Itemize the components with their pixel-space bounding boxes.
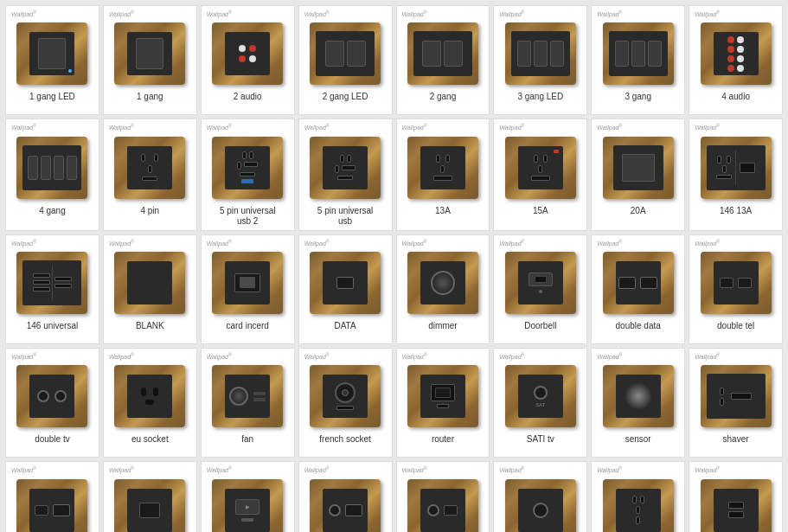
list-item[interactable]: Wallpad® 4 gang: [5, 119, 99, 230]
product-image: [206, 132, 289, 203]
product-image: [108, 247, 191, 318]
list-item[interactable]: Wallpad® 3 gang LED: [493, 5, 587, 115]
list-item[interactable]: Wallpad® 4 pin: [103, 119, 197, 230]
product-image: [108, 132, 191, 203]
list-item[interactable]: Wallpad® 15A: [493, 119, 587, 230]
brand-logo: Wallpad®: [207, 123, 232, 131]
product-image: [597, 247, 680, 318]
brand-logo: Wallpad®: [499, 465, 524, 473]
product-image: [304, 361, 387, 432]
brand-logo: Wallpad®: [109, 10, 134, 17]
list-item[interactable]: Wallpad® 2 gang: [396, 5, 490, 115]
product-label: Doorbell: [524, 321, 556, 340]
product-grid: Wallpad® 1 gang LED Wallpad® 1 gang Wall…: [0, 0, 788, 532]
list-item[interactable]: Wallpad® 1 gang LED: [5, 5, 99, 115]
brand-logo: Wallpad®: [304, 10, 330, 17]
brand-logo: Wallpad®: [402, 239, 427, 247]
brand-logo: Wallpad®: [695, 239, 720, 247]
brand-logo: Wallpad®: [11, 10, 36, 17]
list-item[interactable]: Wallpad® fan: [201, 348, 295, 458]
product-image: [10, 475, 93, 532]
product-label: 13A: [435, 206, 451, 225]
brand-logo: Wallpad®: [597, 352, 622, 360]
product-label: 146 universal: [27, 321, 78, 340]
list-item[interactable]: Wallpad® Doorbell: [493, 234, 587, 344]
list-item[interactable]: Wallpad® 5 pin universal usb: [298, 119, 393, 230]
brand-logo: Wallpad®: [304, 465, 330, 473]
list-item[interactable]: Wallpad® 4 audio: [689, 5, 783, 115]
product-label: 4 audio: [721, 92, 750, 111]
list-item[interactable]: Wallpad® 146 13A: [689, 119, 783, 230]
product-image: [597, 18, 680, 89]
product-image: [499, 132, 582, 203]
product-image: [695, 18, 778, 89]
list-item[interactable]: Wallpad® eu socket: [103, 348, 197, 458]
brand-logo: Wallpad®: [207, 10, 232, 17]
list-item[interactable]: Wallpad® 20A: [591, 119, 685, 230]
brand-logo: Wallpad®: [402, 10, 427, 17]
brand-logo: Wallpad®: [304, 123, 330, 131]
product-image: [304, 132, 387, 203]
brand-logo: Wallpad®: [597, 123, 622, 131]
list-item[interactable]: Wallpad® usb: [689, 461, 783, 532]
list-item[interactable]: Wallpad® TV: [493, 461, 587, 532]
brand-logo: Wallpad®: [11, 239, 36, 247]
list-item[interactable]: Wallpad® tel data: [5, 461, 99, 532]
list-item[interactable]: Wallpad® tv data: [298, 461, 393, 532]
list-item[interactable]: Wallpad® card incerd: [201, 234, 295, 344]
list-item[interactable]: Wallpad® 13A: [396, 119, 490, 230]
product-label: fan: [241, 434, 253, 453]
product-image: [206, 18, 289, 89]
product-image: [108, 361, 191, 432]
list-item[interactable]: Wallpad® 3 gang: [591, 5, 685, 115]
list-item[interactable]: Wallpad® 1 gang: [103, 5, 197, 115]
list-item[interactable]: Wallpad® 5 pin universal usb 2: [201, 119, 295, 230]
product-label: card incerd: [226, 321, 268, 340]
list-item[interactable]: Wallpad® 2 gang LED: [298, 5, 393, 115]
product-label: 2 audio: [234, 92, 262, 111]
brand-logo: Wallpad®: [402, 123, 427, 131]
product-image: [206, 247, 289, 318]
product-label: 15A: [533, 206, 548, 225]
brand-logo: Wallpad®: [207, 465, 232, 473]
brand-logo: Wallpad®: [402, 465, 427, 473]
brand-logo: Wallpad®: [402, 352, 427, 360]
product-image: [597, 475, 680, 532]
product-image: [401, 475, 484, 532]
brand-logo: Wallpad®: [11, 352, 36, 360]
product-image: [108, 475, 191, 532]
brand-logo: Wallpad®: [597, 465, 622, 473]
list-item[interactable]: Wallpad® SAT SATI tv: [493, 348, 587, 458]
product-image: [304, 475, 387, 532]
brand-logo: Wallpad®: [499, 239, 524, 247]
list-item[interactable]: Wallpad® tv tel: [396, 461, 490, 532]
product-image: [695, 132, 778, 203]
product-label: sensor: [625, 434, 651, 453]
list-item[interactable]: Wallpad® dimmer: [396, 234, 490, 344]
list-item[interactable]: Wallpad® 146 universal: [5, 234, 99, 344]
list-item[interactable]: Wallpad® sensor: [591, 348, 685, 458]
list-item[interactable]: Wallpad® double tv: [5, 348, 99, 458]
list-item[interactable]: Wallpad® BLANK: [103, 234, 197, 344]
list-item[interactable]: Wallpad® french socket: [298, 348, 393, 458]
list-item[interactable]: Wallpad® 2 audio: [201, 5, 295, 115]
brand-logo: Wallpad®: [499, 123, 524, 131]
product-label: eu socket: [131, 434, 169, 453]
brand-logo: Wallpad®: [109, 465, 134, 473]
list-item[interactable]: Wallpad® double tel: [689, 234, 783, 344]
list-item[interactable]: Wallpad® DATA: [298, 234, 393, 344]
product-label: 1 gang: [137, 92, 163, 111]
list-item[interactable]: Wallpad® double data: [591, 234, 685, 344]
product-label: 1 gang LED: [29, 92, 75, 111]
list-item[interactable]: Wallpad® ▶ touch delay: [201, 461, 295, 532]
list-item[interactable]: Wallpad® TEL: [103, 461, 197, 532]
product-label: double tel: [717, 321, 754, 340]
list-item[interactable]: Wallpad® router: [396, 348, 490, 458]
list-item[interactable]: Wallpad® universal socket: [591, 461, 685, 532]
product-label: 5 pin universal usb 2: [220, 206, 275, 227]
product-image: [401, 132, 484, 203]
list-item[interactable]: Wallpad® shaver: [689, 348, 783, 458]
product-image: [597, 361, 680, 432]
product-image: [401, 361, 484, 432]
product-image: [695, 247, 778, 318]
